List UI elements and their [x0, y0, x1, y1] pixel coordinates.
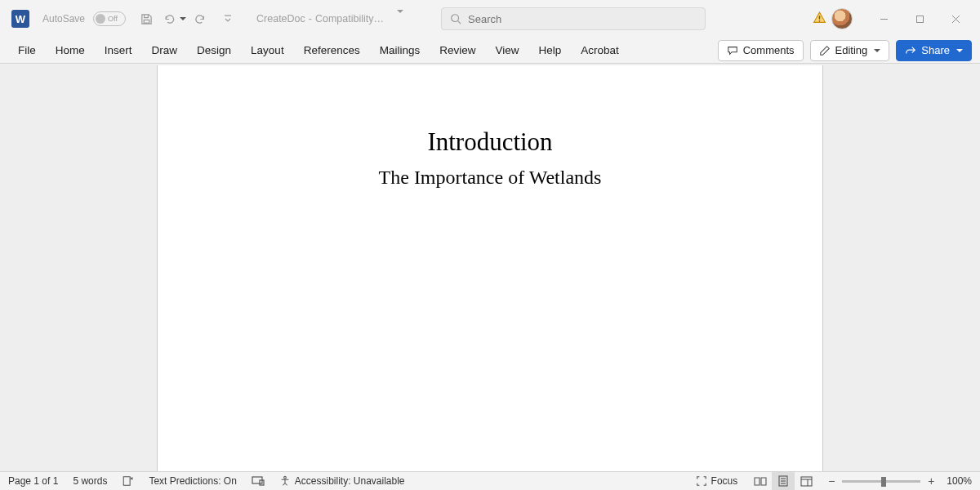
ribbon: File Home Insert Draw Design Layout Refe…: [0, 38, 980, 64]
chevron-down-icon: [874, 49, 880, 52]
page[interactable]: Introduction The Importance of Wetlands: [157, 65, 823, 471]
share-icon: [905, 45, 916, 56]
word-app-icon: W: [11, 10, 29, 28]
maximize-icon: [915, 15, 924, 24]
minimize-button[interactable]: [866, 6, 902, 32]
focus-mode-button[interactable]: Focus: [696, 475, 738, 487]
zoom-slider-track[interactable]: [842, 480, 920, 483]
warning-icon[interactable]: [813, 11, 826, 28]
ribbon-tabs: File Home Insert Draw Design Layout Refe…: [8, 39, 629, 62]
spellcheck-icon: [122, 475, 134, 487]
doc-separator: -: [309, 13, 312, 24]
editing-label: Editing: [835, 44, 868, 56]
toggle-knob-icon: [96, 14, 105, 24]
accessibility-icon: [279, 475, 291, 487]
zoom-slider-thumb[interactable]: [881, 477, 886, 487]
svg-point-15: [284, 476, 287, 479]
tab-draw[interactable]: Draw: [142, 39, 188, 62]
focus-label: Focus: [711, 475, 738, 487]
view-mode-buttons: [749, 472, 817, 490]
svg-line-3: [458, 21, 461, 24]
zoom-out-button[interactable]: −: [826, 475, 837, 487]
tab-references[interactable]: References: [294, 39, 370, 62]
tab-layout[interactable]: Layout: [241, 39, 294, 62]
status-bar: Page 1 of 1 5 words Text Predictions: On…: [0, 471, 980, 490]
chevron-down-icon: [180, 17, 186, 20]
undo-dropdown[interactable]: [178, 8, 186, 29]
document-heading[interactable]: Introduction: [158, 127, 822, 157]
page-info[interactable]: Page 1 of 1: [8, 475, 58, 487]
chevron-down-icon[interactable]: [395, 13, 403, 24]
tab-mailings[interactable]: Mailings: [370, 39, 430, 62]
user-avatar[interactable]: [831, 8, 853, 29]
document-subheading[interactable]: The Importance of Wetlands: [158, 167, 822, 189]
tab-help[interactable]: Help: [529, 39, 572, 62]
svg-rect-7: [916, 16, 923, 22]
maximize-button[interactable]: [902, 6, 938, 32]
text-predictions-status[interactable]: Text Predictions: On: [149, 475, 236, 487]
editing-mode-button[interactable]: Editing: [810, 40, 890, 61]
document-area[interactable]: Introduction The Importance of Wetlands: [0, 64, 980, 471]
close-icon: [951, 15, 960, 24]
search-input[interactable]: [468, 13, 697, 25]
comments-button[interactable]: Comments: [718, 40, 804, 61]
spellcheck-status[interactable]: [122, 475, 134, 487]
svg-point-2: [452, 15, 459, 22]
tab-design[interactable]: Design: [187, 39, 241, 62]
redo-button[interactable]: [191, 8, 209, 29]
tab-view[interactable]: View: [485, 39, 528, 62]
accessibility-label: Accessibility: Unavailable: [295, 475, 405, 487]
display-icon: [252, 475, 265, 487]
tab-insert[interactable]: Insert: [95, 39, 142, 62]
web-layout-icon: [800, 476, 813, 487]
share-button[interactable]: Share: [896, 40, 972, 61]
comment-icon: [727, 45, 738, 56]
redo-icon: [194, 13, 207, 25]
bar-chevron-icon: [224, 14, 232, 24]
svg-rect-0: [144, 20, 149, 23]
tab-home[interactable]: Home: [46, 39, 95, 62]
autosave-label: AutoSave: [42, 13, 85, 24]
accessibility-status[interactable]: Accessibility: Unavailable: [279, 475, 405, 487]
svg-rect-10: [124, 477, 131, 486]
comments-label: Comments: [743, 44, 795, 56]
doc-name: CreateDoc: [256, 13, 305, 24]
read-mode-icon: [754, 476, 767, 487]
share-label: Share: [921, 44, 950, 56]
search-icon: [450, 13, 461, 24]
word-count[interactable]: 5 words: [73, 475, 107, 487]
display-settings[interactable]: [252, 475, 265, 487]
autosave-state: Off: [108, 15, 118, 23]
svg-rect-20: [801, 477, 812, 486]
zoom-in-button[interactable]: +: [925, 475, 937, 487]
undo-icon: [163, 13, 176, 25]
doc-mode: Compatibility…: [315, 13, 384, 24]
customize-qat-button[interactable]: [219, 8, 237, 29]
save-icon: [140, 13, 153, 25]
undo-button[interactable]: [160, 8, 178, 29]
focus-icon: [696, 475, 707, 487]
search-box[interactable]: [441, 7, 706, 30]
save-button[interactable]: [137, 8, 155, 29]
title-bar: W AutoSave Off CreateDoc - Compatibility: [0, 0, 980, 38]
autosave-toggle[interactable]: Off: [93, 11, 126, 26]
print-layout-button[interactable]: [772, 472, 795, 490]
minimize-icon: [880, 15, 889, 24]
close-button[interactable]: [938, 6, 973, 32]
tab-review[interactable]: Review: [430, 39, 485, 62]
print-layout-icon: [777, 475, 789, 487]
web-layout-button[interactable]: [795, 472, 817, 490]
svg-point-5: [819, 20, 821, 21]
chevron-down-icon: [956, 49, 963, 52]
tab-acrobat[interactable]: Acrobat: [571, 39, 629, 62]
document-title: CreateDoc - Compatibility…: [256, 13, 403, 24]
zoom-slider: − +: [826, 475, 937, 487]
pencil-icon: [819, 45, 831, 56]
zoom-percent[interactable]: 100%: [947, 475, 972, 487]
read-mode-button[interactable]: [749, 472, 772, 490]
tab-file[interactable]: File: [8, 39, 46, 62]
